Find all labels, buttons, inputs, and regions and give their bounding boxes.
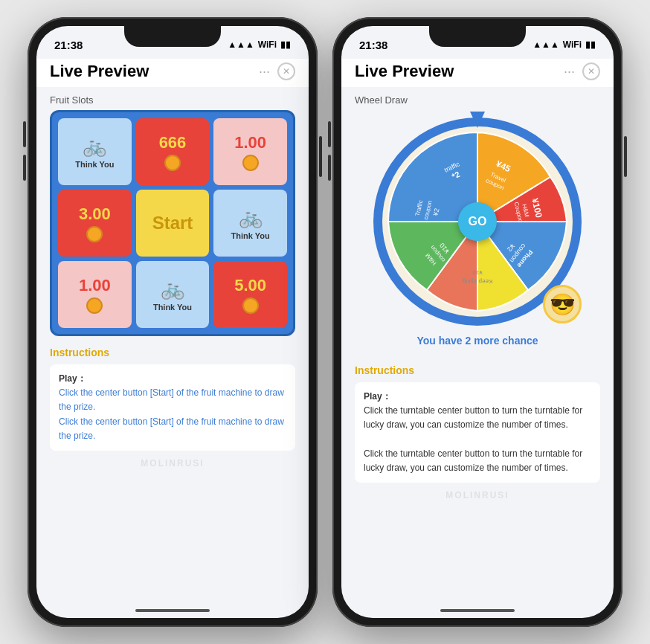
battery-icon-2: ▮▮	[585, 39, 596, 50]
instructions-box-1: Play： Click the center button [Start] of…	[50, 364, 295, 451]
instructions-line2-2: Click the turntable center button to tur…	[364, 448, 582, 473]
slot-amount-3: 1.00	[234, 133, 266, 152]
wheel-inner: ¥45 Travel coupon ¥100 H&M Coupon	[382, 126, 573, 317]
watermark-1: MOLINRUSI	[50, 458, 295, 468]
slot-cell-2[interactable]: 666	[136, 118, 210, 185]
slot-cell-1[interactable]: 🚲 Think You	[58, 118, 132, 185]
slot-cell-4[interactable]: 3.00	[58, 190, 132, 257]
screen-content-1: 21:38 ▲▲▲ WiFi ▮▮ Live Preview ··· ✕	[36, 26, 309, 618]
wheel-go-button[interactable]: GO	[458, 202, 497, 241]
power-btn-2[interactable]	[624, 136, 627, 177]
watermark-2: MOLINRUSI	[355, 490, 600, 500]
slot-label-8: Think You	[153, 303, 192, 312]
slot-cell-9[interactable]: 5.00	[213, 261, 287, 328]
content-area-2: ¥45 Travel coupon ¥100 H&M Coupon	[341, 110, 614, 618]
play-label-1: Play：	[59, 373, 86, 384]
bike-icon-1: 🚲	[83, 135, 106, 158]
instructions-title-1: Instructions	[50, 347, 295, 358]
slot-amount-2: 666	[159, 133, 187, 152]
slot-coin-4	[86, 226, 103, 242]
instructions-line1-2: Click the turntable center button to tur…	[364, 405, 582, 430]
instructions-box-2: Play： Click the turntable center button …	[355, 382, 600, 483]
slot-label-6: Think You	[231, 231, 270, 240]
instructions-section-1: Instructions Play： Click the center butt…	[50, 347, 295, 451]
bike-icon-8: 🚲	[161, 277, 184, 300]
slot-cell-7[interactable]: 1.00	[58, 261, 132, 328]
notch-2	[429, 26, 526, 47]
vol-up-btn[interactable]	[23, 121, 26, 147]
phone-2: 21:38 ▲▲▲ WiFi ▮▮ Live Preview ··· ✕	[332, 17, 622, 627]
svg-text:Keep trying: Keep trying	[463, 278, 492, 285]
more-icon-2[interactable]: ···	[564, 64, 575, 80]
power-btn[interactable]	[319, 136, 322, 177]
close-icon-1[interactable]: ✕	[277, 62, 295, 80]
slot-start[interactable]: Start	[136, 190, 210, 257]
slots-grid: 🚲 Think You 666 1.00 3	[50, 110, 295, 336]
instructions-line1-1: Click the center button [Start] of the f…	[59, 387, 284, 412]
chance-text: You have 2 more chance	[416, 335, 538, 347]
battery-icon-1: ▮▮	[280, 39, 291, 50]
bike-icon-6: 🚲	[239, 206, 263, 229]
status-time-1: 21:38	[54, 39, 83, 51]
screen-content-2: 21:38 ▲▲▲ WiFi ▮▮ Live Preview ··· ✕	[341, 26, 614, 618]
signal-icon-2: ▲▲▲	[532, 39, 559, 50]
vol-dn-btn[interactable]	[23, 155, 26, 181]
instructions-section-2: Instructions Play： Click the turntable c…	[355, 364, 600, 483]
notch	[124, 26, 221, 47]
slot-amount-7: 1.00	[79, 276, 111, 295]
wifi-icon-2: WiFi	[563, 39, 582, 50]
slot-cell-6[interactable]: 🚲 Think You	[213, 190, 287, 257]
status-time-2: 21:38	[359, 39, 387, 51]
start-label[interactable]: Start	[152, 213, 193, 234]
wifi-icon-1: WiFi	[258, 39, 277, 50]
more-icon-1[interactable]: ···	[259, 64, 270, 80]
signal-icon-1: ▲▲▲	[228, 39, 254, 50]
svg-text:¥10: ¥10	[472, 269, 483, 276]
wheel-container: ¥45 Travel coupon ¥100 H&M Coupon	[355, 110, 600, 354]
header-1: Live Preview ··· ✕	[36, 59, 309, 87]
slot-coin-3	[242, 155, 259, 171]
instructions-title-2: Instructions	[355, 364, 600, 376]
home-bar-1	[135, 609, 210, 612]
phone-1: 21:38 ▲▲▲ WiFi ▮▮ Live Preview ··· ✕	[28, 17, 318, 627]
slot-coin-9	[242, 297, 259, 314]
slot-cell-3[interactable]: 1.00	[213, 118, 287, 185]
wheel-pointer	[470, 112, 485, 128]
slot-coin-7	[86, 297, 103, 314]
play-label-2: Play：	[364, 391, 391, 402]
section-label-2: Wheel Draw	[341, 87, 614, 110]
phone-2-screen: 21:38 ▲▲▲ WiFi ▮▮ Live Preview ··· ✕	[341, 26, 614, 618]
instructions-line2-1: Click the center button [Start] of the f…	[59, 416, 284, 441]
phone-1-screen: 21:38 ▲▲▲ WiFi ▮▮ Live Preview ··· ✕	[36, 26, 309, 618]
slot-amount-4: 3.00	[79, 205, 111, 224]
header-2: Live Preview ··· ✕	[341, 59, 614, 87]
header-title-1: Live Preview	[50, 62, 149, 81]
section-label-1: Fruit Slots	[36, 87, 309, 110]
status-icons-1: ▲▲▲ WiFi ▮▮	[228, 39, 291, 50]
header-icons-2: ··· ✕	[564, 62, 600, 80]
slot-amount-9: 5.00	[234, 276, 266, 295]
vol-dn-btn-2[interactable]	[328, 155, 331, 181]
prize-emoji: 😎	[543, 285, 582, 323]
phones-container: 21:38 ▲▲▲ WiFi ▮▮ Live Preview ··· ✕	[28, 17, 622, 627]
status-icons-2: ▲▲▲ WiFi ▮▮	[532, 39, 596, 50]
close-icon-2[interactable]: ✕	[582, 62, 600, 80]
content-area-1: 🚲 Think You 666 1.00 3	[36, 110, 309, 618]
home-bar-2	[440, 609, 515, 612]
header-title-2: Live Preview	[355, 62, 454, 81]
slot-label-1: Think You	[75, 160, 114, 169]
slot-coin-2	[164, 155, 181, 171]
header-icons-1: ··· ✕	[259, 62, 295, 80]
vol-up-btn-2[interactable]	[328, 121, 331, 147]
slot-cell-8[interactable]: 🚲 Think You	[136, 261, 210, 328]
